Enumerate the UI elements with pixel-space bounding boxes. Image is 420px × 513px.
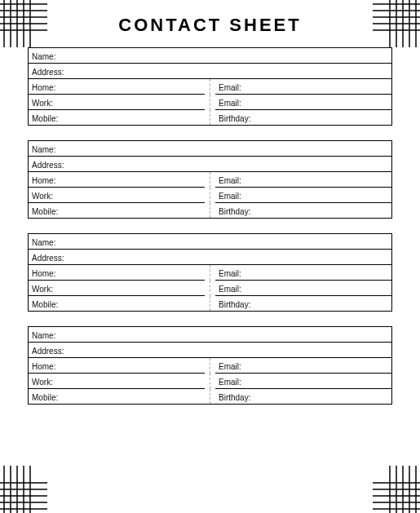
birthday-value xyxy=(258,389,391,404)
contact-card: Name: Address: Home: Email: Work: Email:… xyxy=(28,233,392,312)
address-label: Address: xyxy=(29,250,71,265)
email2-value xyxy=(258,281,391,296)
divider xyxy=(210,188,210,203)
corner-ornament-bottom-right xyxy=(373,466,420,513)
email2-value xyxy=(258,188,391,203)
email2-value xyxy=(258,374,391,389)
home-label: Home: xyxy=(29,358,71,374)
email2-value xyxy=(258,95,391,110)
mobile-label: Mobile: xyxy=(29,203,71,218)
email-label: Email: xyxy=(215,172,258,188)
name-value xyxy=(71,141,391,157)
home-value xyxy=(71,358,205,374)
email-label: Email: xyxy=(215,265,258,281)
divider xyxy=(210,95,210,110)
email-label: Email: xyxy=(215,358,258,374)
home-value xyxy=(71,172,205,188)
work-label: Work: xyxy=(29,281,71,296)
work-value xyxy=(71,188,205,203)
contact-card: Name: Address: Home: Email: Work: Email:… xyxy=(28,140,392,219)
work-value xyxy=(71,374,205,389)
work-value xyxy=(71,281,205,296)
birthday-value xyxy=(258,296,391,311)
home-label: Home: xyxy=(29,79,71,95)
address-value xyxy=(71,250,391,265)
divider xyxy=(210,203,210,218)
page-title: CONTACT SHEET xyxy=(0,0,420,47)
birthday-label: Birthday: xyxy=(215,203,258,218)
corner-ornament-bottom-left xyxy=(0,466,47,513)
home-label: Home: xyxy=(29,265,71,281)
birthday-label: Birthday: xyxy=(215,296,258,311)
work-label: Work: xyxy=(29,374,71,389)
birthday-label: Birthday: xyxy=(215,110,258,125)
email-label: Email: xyxy=(215,188,258,203)
divider xyxy=(210,358,210,374)
email1-value xyxy=(258,265,391,281)
name-value xyxy=(71,327,391,343)
divider xyxy=(210,172,210,188)
name-value xyxy=(71,234,391,250)
work-label: Work: xyxy=(29,188,71,203)
home-value xyxy=(71,265,205,281)
contact-card: Name: Address: Home: Email: Work: Email:… xyxy=(28,47,392,126)
name-value xyxy=(71,48,391,64)
email1-value xyxy=(258,172,391,188)
name-label: Name: xyxy=(29,141,71,157)
email-label: Email: xyxy=(215,374,258,389)
email1-value xyxy=(258,79,391,95)
divider xyxy=(210,374,210,389)
work-value xyxy=(71,95,205,110)
name-label: Name: xyxy=(29,327,71,343)
address-label: Address: xyxy=(29,157,71,172)
divider xyxy=(210,265,210,281)
mobile-label: Mobile: xyxy=(29,296,71,311)
contact-cards-container: Name: Address: Home: Email: Work: Email:… xyxy=(0,47,420,405)
email1-value xyxy=(258,358,391,374)
divider xyxy=(210,110,210,125)
email-label: Email: xyxy=(215,79,258,95)
name-label: Name: xyxy=(29,48,71,64)
divider xyxy=(210,296,210,311)
mobile-value xyxy=(71,296,205,311)
address-value xyxy=(71,343,391,358)
email-label: Email: xyxy=(215,95,258,110)
mobile-label: Mobile: xyxy=(29,389,71,404)
divider xyxy=(210,281,210,296)
mobile-value xyxy=(71,203,205,218)
address-label: Address: xyxy=(29,64,71,79)
address-value xyxy=(71,157,391,172)
mobile-value xyxy=(71,110,205,125)
divider xyxy=(210,79,210,95)
birthday-value xyxy=(258,110,391,125)
mobile-label: Mobile: xyxy=(29,110,71,125)
birthday-label: Birthday: xyxy=(215,389,258,404)
birthday-value xyxy=(258,203,391,218)
work-label: Work: xyxy=(29,95,71,110)
mobile-value xyxy=(71,389,205,404)
email-label: Email: xyxy=(215,281,258,296)
name-label: Name: xyxy=(29,234,71,250)
home-value xyxy=(71,79,205,95)
divider xyxy=(210,389,210,404)
home-label: Home: xyxy=(29,172,71,188)
contact-card: Name: Address: Home: Email: Work: Email:… xyxy=(28,326,392,405)
address-value xyxy=(71,64,391,79)
address-label: Address: xyxy=(29,343,71,358)
